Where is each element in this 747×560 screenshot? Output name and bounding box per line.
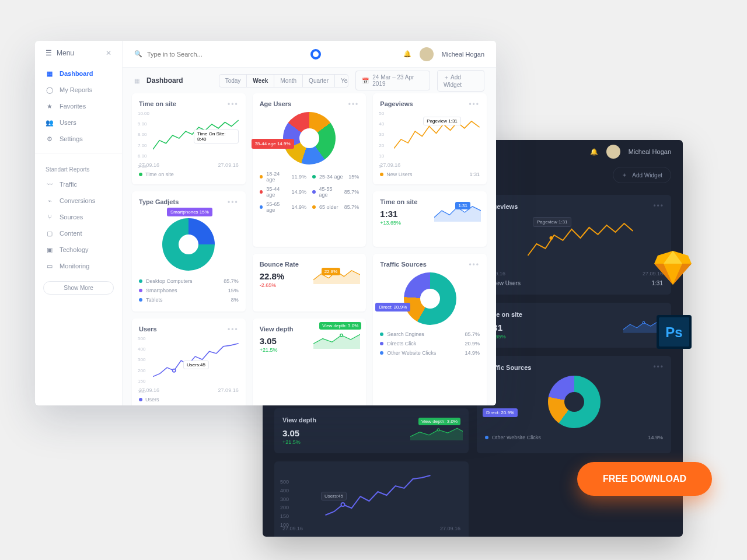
age-users-card: ••• Age Users 35-44 age 14.9% 18-24 age1… bbox=[253, 93, 366, 247]
menu-label: Menu bbox=[57, 49, 74, 57]
type-gadgets-card: ••• Type Gadjets Smartphones 15% Desktop… bbox=[132, 191, 246, 312]
sidebar-item-reports[interactable]: ◯My Reports bbox=[35, 82, 122, 98]
star-icon: ★ bbox=[46, 102, 54, 110]
user-name: Micheal Hogan bbox=[629, 148, 671, 155]
more-icon[interactable]: ••• bbox=[228, 326, 239, 334]
sketch-icon bbox=[654, 251, 692, 285]
calendar-icon: 📅 bbox=[362, 78, 369, 84]
range-tabs: Today Week Month Quarter Year bbox=[219, 74, 349, 88]
plus-icon: ＋ bbox=[622, 171, 627, 179]
tooltip: Pageview 1:31 bbox=[533, 217, 571, 227]
topbar: 🔍 🔔 Micheal Hogan bbox=[123, 41, 496, 68]
sidebar: ☰ Menu ✕ ▦Dashboard ◯My Reports ★Favorit… bbox=[35, 41, 123, 405]
sidebar-item-traffic[interactable]: 〰Traffic bbox=[35, 176, 122, 192]
traffic-sources-card: ••• Traffic Sources Direct: 20.9% Search… bbox=[373, 254, 487, 405]
section-label: Standart Reports bbox=[35, 159, 122, 176]
search-input[interactable]: 🔍 bbox=[134, 50, 229, 58]
donut-badge: 35-44 age 14.9% bbox=[252, 139, 294, 149]
tab-month[interactable]: Month bbox=[274, 75, 303, 87]
tooltip: Users:45 bbox=[183, 360, 209, 369]
monitor-icon: ▭ bbox=[46, 262, 54, 270]
user-icon: ◯ bbox=[46, 86, 54, 94]
tooltip: Time On Site: 8:40 bbox=[194, 130, 239, 144]
chip-icon: ▣ bbox=[46, 246, 54, 254]
time-on-site-card: ••• Time on site 10.009.008.007.006.002.… bbox=[132, 93, 246, 184]
svg-point-2 bbox=[437, 429, 439, 431]
search-icon: 🔍 bbox=[134, 50, 142, 58]
sidebar-item-content[interactable]: ▢Content bbox=[35, 225, 122, 242]
page-title: Dashboard bbox=[146, 76, 183, 85]
svg-point-4 bbox=[173, 369, 176, 372]
svg-text:Ps: Ps bbox=[665, 324, 682, 340]
dark-viewdepth-card: View depth 3.05 +21.5% View depth: 3.0% bbox=[274, 408, 469, 453]
users-card: ••• Users 500400300200150100 Users:45 27… bbox=[132, 318, 246, 405]
sidebar-item-conversions[interactable]: ⌁Conversions bbox=[35, 192, 122, 209]
more-icon[interactable]: ••• bbox=[469, 100, 480, 108]
show-more-button[interactable]: Show More bbox=[43, 281, 114, 295]
svg-point-3 bbox=[341, 503, 345, 506]
more-icon[interactable]: ••• bbox=[348, 100, 359, 108]
logo-icon bbox=[310, 49, 321, 60]
grid-icon: ▦ bbox=[46, 69, 54, 78]
donut-tag: Smartphones 15% bbox=[167, 208, 212, 216]
date-range-picker[interactable]: 📅 24 Mar – 23 Apr 2019 bbox=[355, 71, 430, 90]
pageviews-card: ••• Pageviews 50403020105 Pageview 1:31 … bbox=[373, 93, 487, 184]
svg-point-1 bbox=[643, 321, 645, 324]
tab-quarter[interactable]: Quarter bbox=[303, 75, 335, 87]
svg-point-0 bbox=[550, 236, 553, 240]
path-icon: ⌁ bbox=[46, 197, 54, 205]
more-icon[interactable]: ••• bbox=[228, 100, 239, 108]
bell-icon[interactable]: 🔔 bbox=[590, 148, 598, 156]
photoshop-icon: Ps bbox=[657, 315, 692, 349]
light-dashboard: ☰ Menu ✕ ▦Dashboard ◯My Reports ★Favorit… bbox=[35, 41, 496, 405]
more-icon[interactable]: ••• bbox=[228, 198, 239, 206]
tab-week[interactable]: Week bbox=[247, 75, 274, 87]
user-name: Micheal Hogan bbox=[442, 51, 484, 58]
time-small-card: Time on site 1:31 +13.65% 1:31 bbox=[373, 191, 487, 247]
free-download-button[interactable]: FREE DOWNLOAD bbox=[577, 462, 712, 496]
avatar[interactable] bbox=[606, 145, 620, 159]
more-icon[interactable]: ••• bbox=[469, 261, 480, 269]
grid-icon: ▦ bbox=[134, 78, 139, 84]
sidebar-item-monitoring[interactable]: ▭Monitoring bbox=[35, 258, 122, 274]
add-widget-button[interactable]: ＋ Add Widget bbox=[437, 70, 484, 92]
dark-pageviews-card: ••• Pageviews 50403020105 Pageview 1:31 … bbox=[477, 195, 671, 295]
gear-icon: ⚙ bbox=[46, 135, 54, 143]
sidebar-item-favorites[interactable]: ★Favorites bbox=[35, 98, 122, 114]
bell-icon[interactable]: 🔔 bbox=[403, 50, 411, 58]
sidebar-item-sources[interactable]: ⑂Sources bbox=[35, 209, 122, 225]
bounce-rate-card: Bounce Rate 22.8% -2.65% 22.8% bbox=[253, 254, 366, 312]
plus-icon: ＋ bbox=[444, 74, 449, 80]
svg-point-5 bbox=[340, 334, 343, 337]
sidebar-item-technology[interactable]: ▣Techology bbox=[35, 242, 122, 258]
people-icon: 👥 bbox=[46, 118, 54, 127]
more-icon[interactable]: ••• bbox=[653, 202, 664, 210]
hamburger-icon[interactable]: ☰ bbox=[46, 49, 52, 57]
line-icon: 〰 bbox=[46, 180, 54, 188]
tab-year[interactable]: Year bbox=[335, 75, 348, 87]
dark-time-card: Time on site 1:31 +13.65% bbox=[477, 303, 671, 348]
sidebar-item-settings[interactable]: ⚙Settings bbox=[35, 131, 122, 147]
tooltip: Pageview 1:31 bbox=[423, 117, 460, 125]
sidebar-item-users[interactable]: 👥Users bbox=[35, 114, 122, 131]
doc-icon: ▢ bbox=[46, 229, 54, 237]
toolbar: ▦ Dashboard Today Week Month Quarter Yea… bbox=[123, 68, 496, 93]
view-depth-card: View depth 3.05 +21.5% View depth: 3.0% bbox=[253, 318, 366, 405]
dark-users-card: 500400300200150100 Users:45 27.09.1627.0… bbox=[274, 461, 469, 537]
close-icon[interactable]: ✕ bbox=[106, 49, 111, 57]
sidebar-item-dashboard[interactable]: ▦Dashboard bbox=[35, 65, 122, 82]
tab-today[interactable]: Today bbox=[219, 75, 247, 87]
avatar[interactable] bbox=[420, 47, 434, 61]
more-icon[interactable]: ••• bbox=[653, 363, 664, 371]
donut-tag: Direct: 20.9% bbox=[375, 303, 410, 312]
add-widget-button[interactable]: ＋ Add Widget bbox=[613, 167, 671, 183]
dark-traffic-card: ••• Traffic Sources Direct: 20.9% Other … bbox=[477, 356, 671, 453]
branch-icon: ⑂ bbox=[46, 213, 54, 221]
